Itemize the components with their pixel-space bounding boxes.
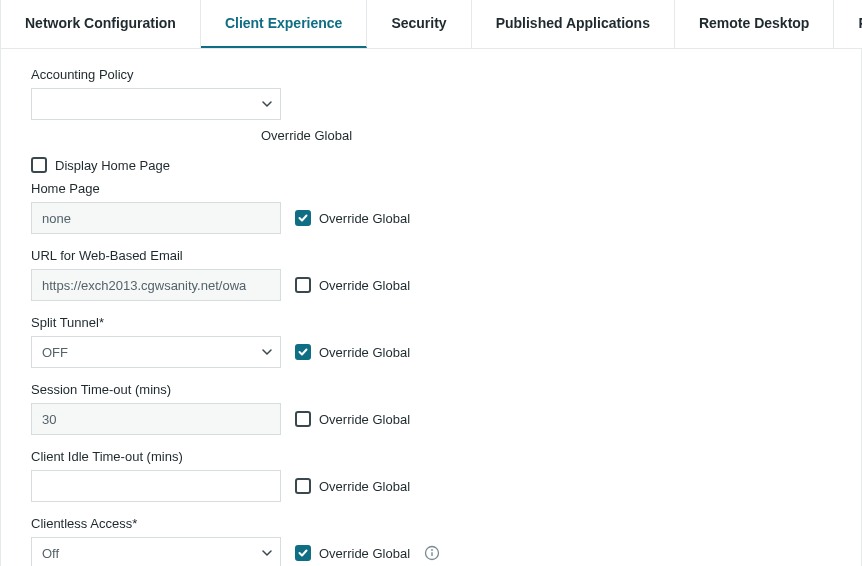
field-session-timeout: Session Time-out (mins) Override Global — [31, 382, 831, 435]
info-icon[interactable] — [424, 545, 440, 561]
clientless-access-override-checkbox[interactable] — [295, 545, 311, 561]
field-url-web-email: URL for Web-Based Email Override Global — [31, 248, 831, 301]
url-web-email-override-label: Override Global — [319, 278, 410, 293]
home-page-override-label: Override Global — [319, 211, 410, 226]
split-tunnel-override-label: Override Global — [319, 345, 410, 360]
tab-remote-desktop[interactable]: Remote Desktop — [675, 0, 834, 48]
display-home-page-checkbox[interactable] — [31, 157, 47, 173]
session-timeout-label: Session Time-out (mins) — [31, 382, 831, 397]
tab-client-experience[interactable]: Client Experience — [201, 0, 368, 48]
split-tunnel-override-checkbox[interactable] — [295, 344, 311, 360]
client-idle-timeout-override-label: Override Global — [319, 479, 410, 494]
client-experience-form: Accounting Policy Override Global Displa… — [1, 49, 861, 566]
split-tunnel-label: Split Tunnel* — [31, 315, 831, 330]
svg-rect-1 — [431, 552, 432, 556]
url-web-email-override-checkbox[interactable] — [295, 277, 311, 293]
url-web-email-input[interactable] — [31, 269, 281, 301]
tabs-bar: Network Configuration Client Experience … — [1, 0, 861, 49]
session-timeout-input[interactable] — [31, 403, 281, 435]
client-idle-timeout-label: Client Idle Time-out (mins) — [31, 449, 831, 464]
home-page-label: Home Page — [31, 181, 831, 196]
tab-published-applications[interactable]: Published Applications — [472, 0, 675, 48]
tab-security[interactable]: Security — [367, 0, 471, 48]
home-page-input[interactable] — [31, 202, 281, 234]
split-tunnel-select[interactable]: OFF — [31, 336, 281, 368]
clientless-access-label: Clientless Access* — [31, 516, 831, 531]
home-page-override-checkbox[interactable] — [295, 210, 311, 226]
display-home-page-row: Display Home Page — [31, 157, 831, 173]
field-split-tunnel: Split Tunnel* OFF Override Global — [31, 315, 831, 368]
url-web-email-label: URL for Web-Based Email — [31, 248, 831, 263]
accounting-policy-override-text: Override Global — [261, 128, 831, 143]
session-timeout-override-checkbox[interactable] — [295, 411, 311, 427]
accounting-policy-select[interactable] — [31, 88, 281, 120]
settings-panel: Network Configuration Client Experience … — [0, 0, 862, 566]
field-home-page: Home Page Override Global — [31, 181, 831, 234]
field-clientless-access: Clientless Access* Off Override Global — [31, 516, 831, 566]
session-timeout-override-label: Override Global — [319, 412, 410, 427]
display-home-page-label: Display Home Page — [55, 158, 170, 173]
accounting-policy-label: Accounting Policy — [31, 67, 831, 82]
clientless-access-override-label: Override Global — [319, 546, 410, 561]
tab-pcoip[interactable]: PCoIP — [834, 0, 862, 48]
field-accounting-policy: Accounting Policy Override Global — [31, 67, 831, 143]
tab-network-configuration[interactable]: Network Configuration — [1, 0, 201, 48]
svg-point-2 — [431, 549, 433, 551]
client-idle-timeout-override-checkbox[interactable] — [295, 478, 311, 494]
field-client-idle-timeout: Client Idle Time-out (mins) Override Glo… — [31, 449, 831, 502]
client-idle-timeout-input[interactable] — [31, 470, 281, 502]
clientless-access-select[interactable]: Off — [31, 537, 281, 566]
